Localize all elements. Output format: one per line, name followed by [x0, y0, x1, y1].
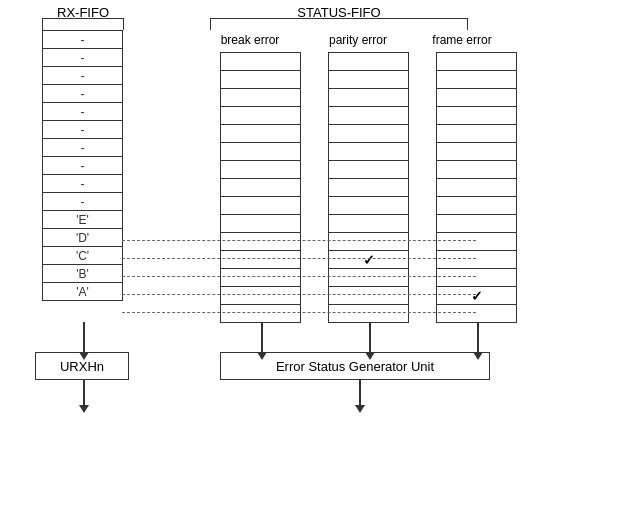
- diagram-container: RX-FIFO ----------'E''D''C''B''A' STATUS…: [0, 0, 628, 527]
- dashed-row-12: [122, 276, 476, 277]
- status-fifo-label: STATUS-FIFO: [210, 5, 468, 20]
- rx-fifo-table: ----------'E''D''C''B''A': [42, 30, 123, 301]
- frame-error-table: ✓: [436, 52, 517, 323]
- break-error-label: break error: [210, 33, 290, 47]
- frame-error-label: frame error: [422, 33, 502, 47]
- urxhn-out-arrow: [79, 380, 89, 413]
- urxhn-box: URXHn: [35, 352, 129, 380]
- parity-error-label: parity error: [318, 33, 398, 47]
- dashed-row-11: [122, 258, 476, 259]
- esg-out-arrow: [355, 380, 365, 413]
- urxhn-label: URXHn: [60, 359, 104, 374]
- break-error-table: [220, 52, 301, 323]
- parity-error-table: ✓: [328, 52, 409, 323]
- rx-fifo-label: RX-FIFO: [42, 5, 124, 20]
- dashed-row-10: [122, 240, 476, 241]
- dashed-row-14: [122, 312, 476, 313]
- esg-label: Error Status Generator Unit: [276, 359, 434, 374]
- esg-box: Error Status Generator Unit: [220, 352, 490, 380]
- dashed-row-13: [122, 294, 476, 295]
